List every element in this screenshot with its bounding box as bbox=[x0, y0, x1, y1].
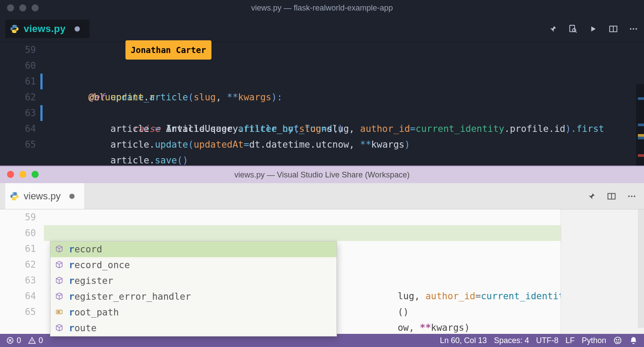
more-actions-icon[interactable] bbox=[626, 191, 637, 202]
line-number: 60 bbox=[0, 225, 36, 241]
autocomplete-item[interactable]: route bbox=[50, 320, 336, 336]
method-icon bbox=[55, 260, 64, 270]
svg-point-12 bbox=[631, 195, 633, 197]
autocomplete-label: register bbox=[69, 273, 113, 289]
status-eol[interactable]: LF bbox=[565, 336, 575, 345]
svg-point-19 bbox=[619, 340, 619, 340]
find-in-file-icon[interactable] bbox=[568, 24, 578, 34]
close-window-icon[interactable] bbox=[7, 171, 14, 178]
autocomplete-label: register_error_handler bbox=[69, 289, 191, 305]
method-icon bbox=[55, 323, 64, 333]
line-number: 62 bbox=[0, 257, 36, 273]
python-file-icon bbox=[10, 191, 19, 201]
status-encoding[interactable]: UTF-8 bbox=[536, 336, 558, 345]
svg-point-17 bbox=[615, 337, 621, 344]
zoom-window-icon[interactable] bbox=[32, 171, 39, 178]
window-guest-editor: views.py — Visual Studio Live Share (Wor… bbox=[0, 166, 644, 347]
minimize-window-icon[interactable] bbox=[19, 171, 26, 178]
line-number: 59 bbox=[0, 42, 36, 58]
line-gutter: 59 60 61 62 63 64 65 bbox=[0, 42, 44, 166]
autocomplete-item[interactable]: register bbox=[50, 273, 336, 289]
pin-icon[interactable] bbox=[586, 191, 597, 202]
tab-views-py[interactable]: views.py bbox=[5, 183, 84, 209]
minimap-viewport[interactable] bbox=[638, 209, 644, 328]
titlebar: views.py — flask-realworld-example-app bbox=[0, 0, 644, 16]
window-title: views.py — flask-realworld-example-app bbox=[251, 4, 393, 13]
line-number: 61 bbox=[0, 74, 36, 89]
status-errors[interactable]: 0 bbox=[6, 336, 21, 345]
minimize-window-icon[interactable] bbox=[19, 4, 26, 11]
code-line[interactable]: raise InvalidUsage.article_not_found() bbox=[44, 105, 644, 121]
svg-point-7 bbox=[636, 28, 637, 30]
pin-icon[interactable] bbox=[547, 24, 558, 34]
autocomplete-item[interactable]: record bbox=[50, 241, 336, 257]
code-area[interactable]: @blueprint.r lug, author_id=current_iden… bbox=[44, 209, 644, 334]
svg-point-6 bbox=[633, 28, 634, 30]
traffic-lights bbox=[7, 4, 39, 11]
code-line[interactable]: @blueprint.r bbox=[44, 225, 644, 241]
editor-actions bbox=[547, 24, 639, 34]
variable-icon bbox=[55, 308, 64, 317]
method-icon bbox=[55, 276, 64, 286]
code-editor[interactable]: 59 60 61 62 63 64 65 @blueprint.r lug, a… bbox=[0, 209, 644, 334]
autocomplete-label: route bbox=[69, 320, 97, 336]
close-window-icon[interactable] bbox=[7, 4, 14, 11]
window-host-editor: views.py — flask-realworld-example-app v… bbox=[0, 0, 644, 166]
dirty-indicator-icon bbox=[75, 26, 80, 32]
status-indent[interactable]: Spaces: 4 bbox=[494, 336, 529, 345]
autocomplete-item[interactable]: register_error_handler bbox=[50, 289, 336, 305]
line-number: 64 bbox=[0, 288, 36, 304]
minimap[interactable] bbox=[561, 209, 644, 334]
notifications-icon[interactable] bbox=[629, 336, 638, 345]
autocomplete-popup[interactable]: recordrecord_onceregisterregister_error_… bbox=[50, 241, 337, 336]
autocomplete-label: record_once bbox=[69, 257, 130, 273]
line-number: 63 bbox=[0, 105, 36, 121]
code-area[interactable]: Jonathan Carter @blueprint.r def update_… bbox=[44, 42, 644, 166]
svg-point-11 bbox=[628, 195, 630, 197]
minimap-marker-icon bbox=[638, 137, 644, 139]
feedback-icon[interactable] bbox=[613, 336, 622, 345]
tab-bar: views.py bbox=[0, 16, 644, 42]
split-editor-icon[interactable] bbox=[608, 24, 619, 34]
method-icon bbox=[55, 292, 64, 301]
minimap-marker-icon bbox=[638, 154, 644, 157]
python-file-icon bbox=[10, 24, 19, 34]
svg-point-5 bbox=[630, 28, 632, 30]
code-line[interactable] bbox=[44, 209, 644, 225]
line-gutter: 59 60 61 62 63 64 65 bbox=[0, 209, 44, 334]
code-editor[interactable]: 59 60 61 62 63 64 65 Jonathan Carter @bl… bbox=[0, 42, 644, 166]
autocomplete-label: record bbox=[69, 241, 102, 257]
code-line[interactable]: article = Article.query.filter_by(slug=s… bbox=[44, 89, 644, 105]
modified-line-marker-icon bbox=[40, 105, 43, 121]
collaborator-cursor-label: Jonathan Carter bbox=[125, 40, 211, 60]
svg-point-8 bbox=[13, 193, 14, 194]
line-number: 65 bbox=[0, 304, 36, 320]
line-number: 61 bbox=[0, 241, 36, 257]
more-actions-icon[interactable] bbox=[628, 24, 639, 34]
error-icon bbox=[6, 336, 14, 344]
status-warnings[interactable]: 0 bbox=[28, 336, 43, 345]
traffic-lights bbox=[7, 171, 39, 178]
svg-point-0 bbox=[13, 25, 14, 26]
line-number: 62 bbox=[0, 89, 36, 105]
tab-label: views.py bbox=[24, 191, 61, 202]
minimap-marker-icon bbox=[638, 124, 644, 126]
method-icon bbox=[55, 244, 64, 254]
svg-rect-15 bbox=[58, 311, 60, 312]
svg-point-13 bbox=[634, 195, 636, 197]
split-editor-icon[interactable] bbox=[606, 191, 617, 202]
line-number: 60 bbox=[0, 58, 36, 74]
svg-point-1 bbox=[15, 31, 16, 32]
autocomplete-item[interactable]: root_path bbox=[50, 305, 336, 320]
run-icon[interactable] bbox=[588, 24, 598, 34]
code-line[interactable]: def update_article(slug, **kwargs): bbox=[44, 74, 644, 89]
autocomplete-item[interactable]: record_once bbox=[50, 257, 336, 273]
zoom-window-icon[interactable] bbox=[32, 4, 39, 11]
warning-icon bbox=[28, 336, 36, 344]
tab-views-py[interactable]: views.py bbox=[5, 20, 89, 38]
line-number: 64 bbox=[0, 121, 36, 137]
line-number: 63 bbox=[0, 273, 36, 288]
status-language[interactable]: Python bbox=[582, 336, 606, 345]
code-line[interactable]: @blueprint.r bbox=[44, 58, 644, 74]
svg-point-18 bbox=[616, 340, 617, 340]
